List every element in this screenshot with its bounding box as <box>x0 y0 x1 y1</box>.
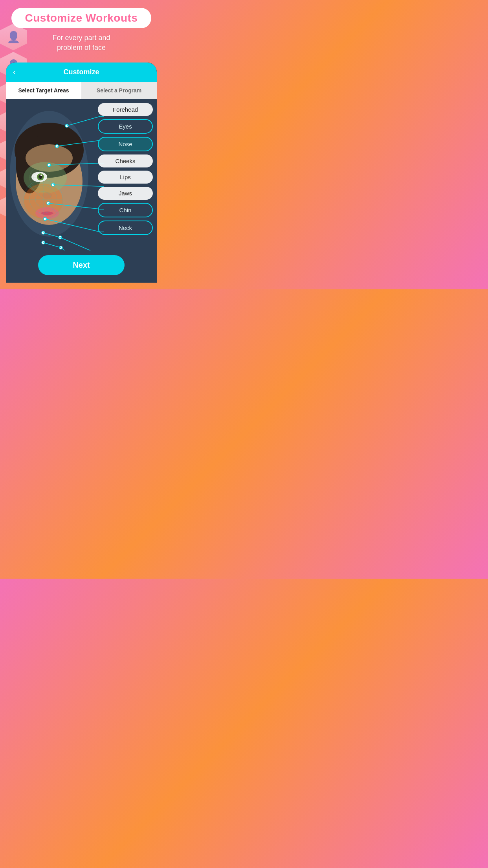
next-button[interactable]: Next <box>38 255 125 275</box>
card-title: Customize <box>63 68 99 76</box>
tab-select-program[interactable]: Select a Program <box>81 82 157 99</box>
title-badge: Customize Workouts <box>11 8 152 28</box>
title-section: Customize Workouts For every part andpro… <box>0 0 163 57</box>
next-button-container: Next <box>6 250 157 280</box>
app-subtitle: For every part andproblem of face <box>8 33 155 53</box>
label-eyes[interactable]: Eyes <box>98 119 153 134</box>
content-area: .connector { stroke: #00d4e8; stroke-wid… <box>6 99 157 280</box>
tab-select-target[interactable]: Select Target Areas <box>6 82 81 99</box>
app-title: Customize Workouts <box>25 12 138 24</box>
label-forehead[interactable]: Forehead <box>98 103 153 116</box>
tabs-container: Select Target Areas Select a Program <box>6 82 157 99</box>
main-card: ‹ Customize Select Target Areas Select a… <box>6 63 157 283</box>
svg-point-10 <box>40 175 42 176</box>
face-illustration <box>6 99 96 268</box>
label-nose[interactable]: Nose <box>98 137 153 151</box>
label-neck[interactable]: Neck <box>98 221 153 235</box>
label-cheeks[interactable]: Cheeks <box>98 154 153 167</box>
label-jaws[interactable]: Jaws <box>98 187 153 200</box>
label-lips[interactable]: Lips <box>98 171 153 184</box>
face-labels-container: Forehead Eyes Nose Cheeks Lips Jaws Chin… <box>98 103 153 235</box>
label-chin[interactable]: Chin <box>98 203 153 217</box>
card-header: ‹ Customize <box>6 63 157 82</box>
back-button[interactable]: ‹ <box>13 67 16 77</box>
